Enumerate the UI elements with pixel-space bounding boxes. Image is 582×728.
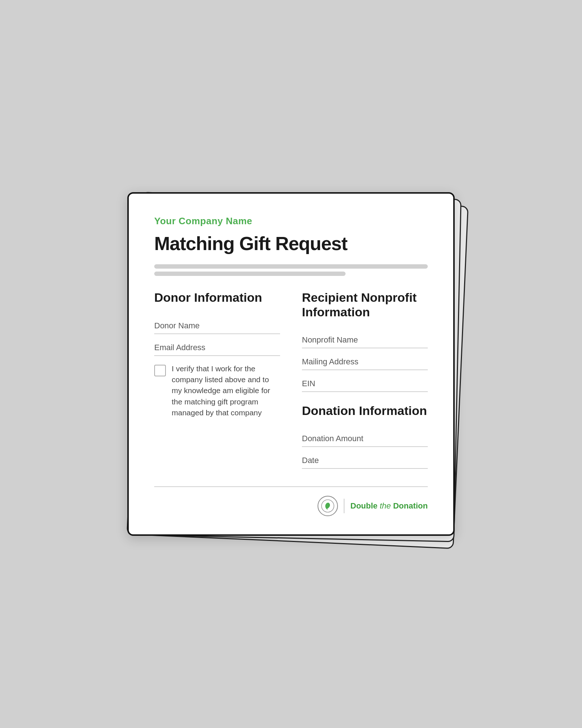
date-label: Date [302,456,428,465]
date-field[interactable]: Date [302,450,428,469]
page-wrapper: Your Company Name Matching Gift Request … [127,192,455,535]
recipient-section-heading: Recipient Nonprofit Information [302,290,428,319]
ein-label: EIN [302,379,428,388]
donation-amount-field[interactable]: Donation Amount [302,428,428,447]
progress-bar-track-short [154,272,346,276]
bottom-divider [154,486,428,487]
page-main: Your Company Name Matching Gift Request … [127,192,455,535]
ein-field[interactable]: EIN [302,373,428,392]
dtd-brand-text: Double the Donation [350,501,428,511]
verify-checkbox-row[interactable]: I verify that I work for the company lis… [154,363,280,419]
progress-bar-fill-full [154,264,428,269]
progress-bar-fill-short [154,272,346,276]
verify-checkbox[interactable] [154,365,166,376]
right-column: Recipient Nonprofit Information Nonprofi… [302,290,428,471]
verify-checkbox-text: I verify that I work for the company lis… [172,363,280,419]
progress-bar-wrapper [154,264,428,276]
donor-name-label: Donor Name [154,321,280,331]
dtd-brand-1: Double [350,501,380,510]
mailing-address-field[interactable]: Mailing Address [302,351,428,370]
dtd-brand-2: Donation [391,501,428,510]
nonprofit-name-field[interactable]: Nonprofit Name [302,329,428,348]
email-address-label: Email Address [154,343,280,352]
nonprofit-name-label: Nonprofit Name [302,335,428,345]
progress-bar-track-full [154,264,428,269]
email-address-field[interactable]: Email Address [154,337,280,356]
company-name: Your Company Name [154,215,428,227]
footer-row: Double the Donation [154,496,428,516]
form-title: Matching Gift Request [154,233,428,254]
dtd-logo [318,496,338,516]
donation-section-heading: Donation Information [302,404,428,418]
mailing-address-label: Mailing Address [302,357,428,367]
dtd-logo-svg [321,499,334,513]
donation-amount-label: Donation Amount [302,434,428,443]
form-columns: Donor Information Donor Name Email Addre… [154,290,428,471]
donor-name-field[interactable]: Donor Name [154,315,280,334]
donor-section-heading: Donor Information [154,290,280,305]
donor-column: Donor Information Donor Name Email Addre… [154,290,280,471]
footer-divider [344,499,344,513]
dtd-brand-the: the [380,501,391,510]
